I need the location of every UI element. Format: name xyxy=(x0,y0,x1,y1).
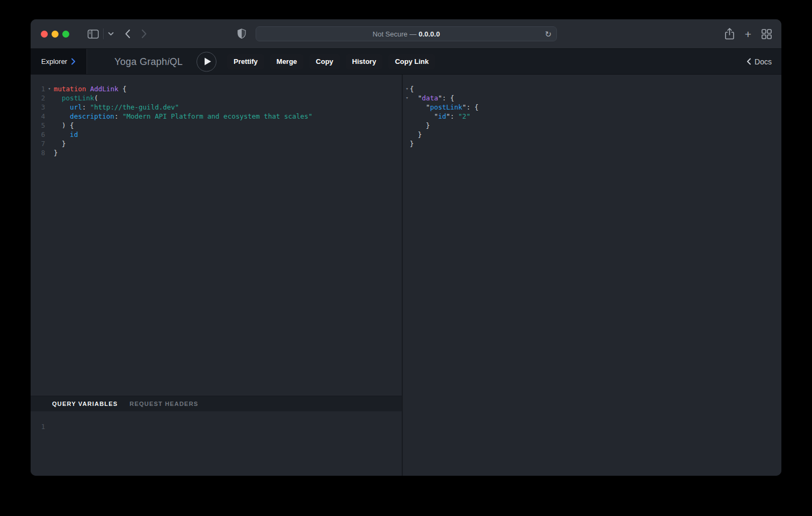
code-token: ) { xyxy=(54,121,74,129)
chrome-right-controls: + xyxy=(724,19,772,48)
line-number: 7 xyxy=(31,139,45,148)
tab-request-headers[interactable]: REQUEST HEADERS xyxy=(129,401,198,407)
code-token: AddLink xyxy=(90,85,119,93)
address-bar[interactable]: Not Secure — 0.0.0.0 ↻ xyxy=(256,26,557,41)
fold-spacer xyxy=(45,93,54,103)
close-window-button[interactable] xyxy=(41,31,48,38)
sidebar-toggle-icon[interactable] xyxy=(88,30,99,39)
code-token: " xyxy=(434,112,438,120)
code-line: 4 description: "Modern API Platform and … xyxy=(31,112,402,121)
code-line: 1 xyxy=(31,422,402,431)
query-editor[interactable]: 1▾mutation AddLink {2 postLink(3 url: "h… xyxy=(31,75,402,396)
code-line: ▾ "data": { xyxy=(403,93,781,103)
line-number: 3 xyxy=(31,103,45,112)
tab-overview-icon[interactable] xyxy=(762,29,772,39)
code-token: description xyxy=(70,112,114,120)
tab-query-variables[interactable]: QUERY VARIABLES xyxy=(52,401,118,407)
code-token: id xyxy=(438,112,446,120)
fold-arrow-icon[interactable]: ▾ xyxy=(403,84,410,93)
prettify-button[interactable]: Prettify xyxy=(227,54,264,69)
code-line: "id": "2" xyxy=(403,112,781,121)
explorer-toggle-button[interactable]: Explorer xyxy=(31,49,87,74)
code-line: } xyxy=(403,139,781,148)
code-text: description: "Modern API Platform and ec… xyxy=(54,112,313,121)
fold-spacer xyxy=(403,139,410,148)
code-text: } xyxy=(410,130,422,139)
fold-spacer xyxy=(45,130,54,139)
execute-query-button[interactable] xyxy=(197,52,216,71)
result-viewer: ▾{▾ "data": { "postLink": { "id": "2" } … xyxy=(403,75,781,476)
copy-button[interactable]: Copy xyxy=(309,54,340,69)
new-tab-icon[interactable]: + xyxy=(745,28,751,40)
fold-spacer xyxy=(45,139,54,148)
copy-link-button[interactable]: Copy Link xyxy=(388,54,435,69)
code-token xyxy=(410,112,434,120)
docs-label: Docs xyxy=(755,57,772,66)
fold-arrow-icon[interactable]: ▾ xyxy=(403,93,410,103)
code-token: "Modern API Platform and ecosystem that … xyxy=(122,112,313,120)
code-token xyxy=(410,103,426,111)
line-number: 2 xyxy=(31,93,45,103)
code-line: 2 postLink( xyxy=(31,93,402,103)
minimize-window-button[interactable] xyxy=(52,31,59,38)
code-text: url: "http://the-guild.dev" xyxy=(54,103,179,112)
code-token: } xyxy=(410,121,430,129)
line-number: 1 xyxy=(31,84,45,93)
fold-spacer xyxy=(403,121,410,130)
fold-arrow-icon[interactable]: ▾ xyxy=(45,84,54,93)
docs-button[interactable]: Docs xyxy=(746,57,772,66)
fold-spacer xyxy=(45,112,54,121)
code-token: id xyxy=(70,130,78,139)
chevron-left-icon xyxy=(746,58,751,65)
url-security-label: Not Secure — xyxy=(373,30,417,38)
variables-panel: QUERY VARIABLES REQUEST HEADERS 1 xyxy=(31,396,402,476)
query-variables-editor[interactable]: 1 xyxy=(31,411,402,476)
code-token: : { xyxy=(442,94,454,102)
code-line: ▾{ xyxy=(403,84,781,93)
code-token xyxy=(54,103,70,111)
chevron-down-icon[interactable] xyxy=(108,32,114,36)
chrome-left-controls xyxy=(41,19,147,48)
fold-spacer xyxy=(45,103,54,112)
history-button[interactable]: History xyxy=(346,54,383,69)
code-token: } xyxy=(54,140,66,148)
fold-spacer xyxy=(45,121,54,130)
code-token: url xyxy=(70,103,82,111)
fold-spacer xyxy=(403,103,410,112)
code-text: mutation AddLink { xyxy=(54,84,127,93)
logo-text-suffix: QL xyxy=(170,56,183,67)
toolbar-buttons: Prettify Merge Copy History Copy Link xyxy=(227,54,435,69)
code-text: postLink( xyxy=(54,93,98,103)
fold-spacer xyxy=(403,130,410,139)
share-icon[interactable] xyxy=(724,27,735,40)
code-token: " xyxy=(426,103,430,111)
divider xyxy=(103,28,104,39)
fold-spacer xyxy=(45,148,54,157)
code-token xyxy=(54,112,70,120)
query-column: 1▾mutation AddLink {2 postLink(3 url: "h… xyxy=(31,75,402,476)
code-token: } xyxy=(410,140,414,148)
code-text: "id": "2" xyxy=(410,112,470,121)
fold-spacer xyxy=(45,422,54,431)
logo-text: Yoga Graph xyxy=(114,56,167,67)
forward-button-icon[interactable] xyxy=(141,29,147,39)
browser-window: Not Secure — 0.0.0.0 ↻ + xyxy=(31,19,781,476)
code-line: } xyxy=(403,130,781,139)
zoom-window-button[interactable] xyxy=(62,31,69,38)
line-number: 4 xyxy=(31,112,45,121)
code-token: : { xyxy=(466,103,479,111)
code-line: 7 } xyxy=(31,139,402,148)
code-line: 5 ) { xyxy=(31,121,402,130)
code-text: ) { xyxy=(54,121,74,130)
code-line: 8} xyxy=(31,148,402,157)
privacy-shield-icon[interactable] xyxy=(237,28,246,39)
code-token xyxy=(86,85,90,93)
code-line: 3 url: "http://the-guild.dev" xyxy=(31,103,402,112)
merge-button[interactable]: Merge xyxy=(270,54,303,69)
code-token: } xyxy=(54,149,58,157)
reload-icon[interactable]: ↻ xyxy=(545,30,552,38)
code-line: 1▾mutation AddLink { xyxy=(31,84,402,93)
back-button-icon[interactable] xyxy=(125,29,130,39)
graphiql-topbar: Explorer Yoga GraphiQL Prettify Merge Co… xyxy=(31,49,781,75)
main-area: 1▾mutation AddLink {2 postLink(3 url: "h… xyxy=(31,75,781,476)
